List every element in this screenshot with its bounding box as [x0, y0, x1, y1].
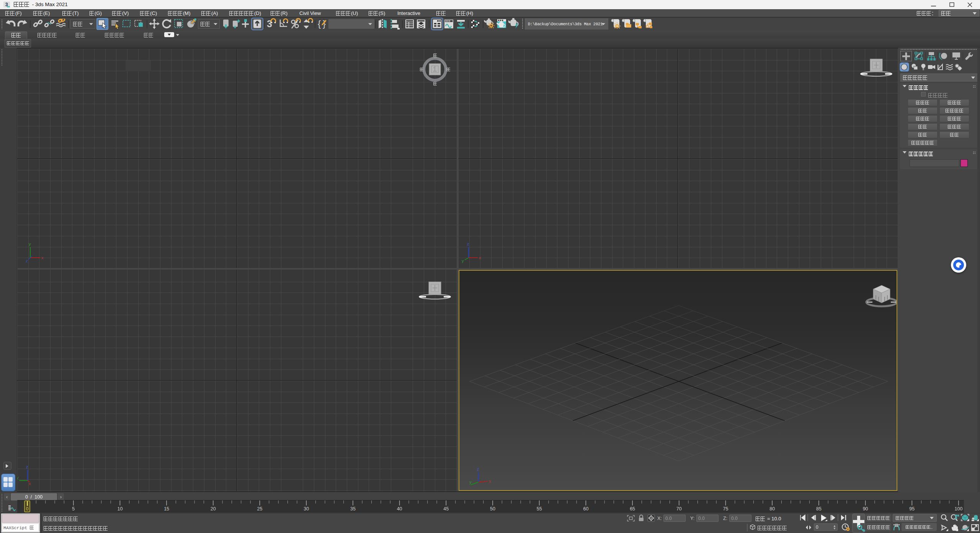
- svg-text:80: 80: [769, 506, 775, 512]
- svg-text:{: {: [318, 18, 321, 29]
- svg-text:85: 85: [816, 506, 822, 512]
- svg-text:5: 5: [72, 506, 75, 512]
- svg-text:65: 65: [630, 506, 635, 512]
- svg-text:55: 55: [537, 506, 542, 512]
- svg-text:z: z: [26, 258, 28, 263]
- svg-text:45: 45: [443, 506, 449, 512]
- svg-text:100: 100: [955, 506, 963, 512]
- svg-text:75: 75: [723, 506, 728, 512]
- svg-text:x: x: [29, 481, 31, 486]
- svg-text:60: 60: [583, 506, 588, 512]
- svg-text:30: 30: [304, 506, 309, 512]
- svg-text:10: 10: [117, 506, 122, 512]
- svg-text:y: y: [462, 258, 464, 263]
- svg-text:z: z: [26, 464, 28, 469]
- svg-text:15: 15: [164, 506, 169, 512]
- svg-text:x: x: [489, 479, 491, 484]
- svg-text:70: 70: [676, 506, 682, 512]
- svg-text:25: 25: [257, 506, 263, 512]
- svg-text:y: y: [17, 475, 19, 480]
- svg-text:z: z: [467, 242, 469, 246]
- svg-text:40: 40: [397, 506, 402, 512]
- svg-text:y: y: [29, 242, 31, 246]
- svg-text:x: x: [41, 255, 44, 260]
- svg-text:x: x: [479, 255, 481, 260]
- svg-text:95: 95: [909, 506, 915, 512]
- svg-text:35: 35: [350, 506, 356, 512]
- svg-text:y: y: [469, 480, 472, 484]
- svg-text:50: 50: [490, 506, 495, 512]
- svg-text:90: 90: [863, 506, 868, 512]
- svg-text:20: 20: [211, 506, 216, 512]
- svg-text:z: z: [477, 467, 479, 471]
